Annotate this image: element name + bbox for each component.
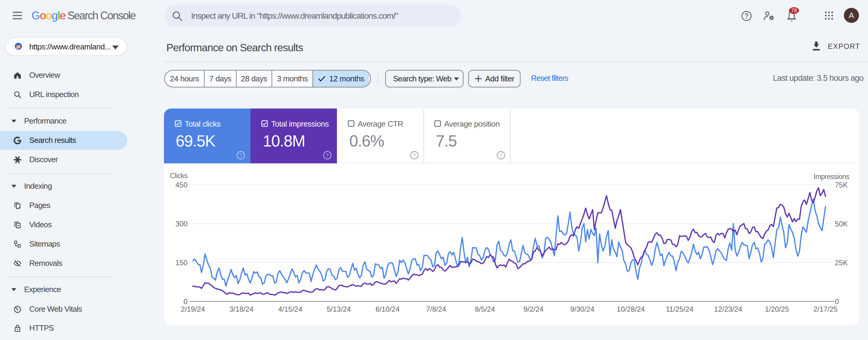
svg-text:10/28/24: 10/28/24 <box>617 305 645 313</box>
svg-text:0: 0 <box>835 298 839 306</box>
svg-text:78: 78 <box>791 7 797 13</box>
svg-text:?: ? <box>240 153 242 158</box>
svg-text:?: ? <box>413 153 416 158</box>
svg-text:50K: 50K <box>835 220 848 228</box>
svg-text:Clicks: Clicks <box>170 172 187 180</box>
svg-text:4/15/24: 4/15/24 <box>278 305 302 313</box>
svg-text:1/20/25: 1/20/25 <box>765 305 789 313</box>
svg-text:6/10/24: 6/10/24 <box>375 305 400 313</box>
svg-text:2/17/25: 2/17/25 <box>813 305 838 313</box>
svg-text:?: ? <box>500 153 502 158</box>
svg-text:25K: 25K <box>835 258 848 267</box>
svg-text:5/13/24: 5/13/24 <box>327 305 351 313</box>
svg-text:3/18/24: 3/18/24 <box>229 305 253 313</box>
svg-text:7/8/24: 7/8/24 <box>426 305 446 313</box>
svg-text:9/2/24: 9/2/24 <box>524 305 544 313</box>
svg-text:?: ? <box>326 153 329 158</box>
svg-text:300: 300 <box>176 220 187 228</box>
svg-text:12/23/24: 12/23/24 <box>714 305 742 313</box>
svg-text:75K: 75K <box>835 181 848 189</box>
svg-text:11/25/24: 11/25/24 <box>666 305 693 313</box>
svg-text:0: 0 <box>184 298 187 306</box>
svg-text:150: 150 <box>176 258 187 267</box>
svg-text:9/30/24: 9/30/24 <box>570 305 594 313</box>
svg-text:8/5/24: 8/5/24 <box>475 305 495 313</box>
svg-text:450: 450 <box>176 181 187 189</box>
svg-text:2/19/24: 2/19/24 <box>181 305 205 313</box>
svg-text:Impressions: Impressions <box>814 173 849 181</box>
